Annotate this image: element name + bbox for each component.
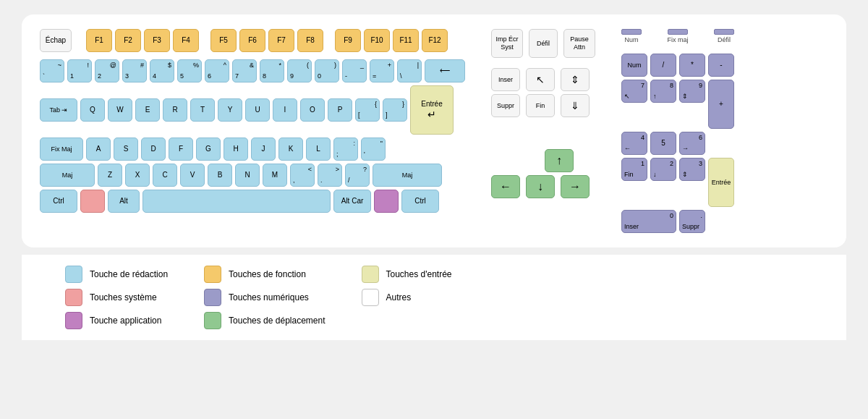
key-7[interactable]: &7: [232, 59, 257, 82]
key-5[interactable]: %5: [177, 59, 202, 82]
key-m[interactable]: M: [263, 164, 287, 187]
key-p[interactable]: P: [328, 98, 352, 122]
key-w[interactable]: W: [108, 98, 132, 122]
key-quote[interactable]: "': [361, 137, 386, 161]
key-home[interactable]: ↖: [526, 68, 555, 91]
key-9[interactable]: (9: [287, 59, 312, 82]
key-e[interactable]: E: [135, 98, 160, 122]
key-num-enter[interactable]: Entrée: [708, 158, 734, 207]
key-arrow-down[interactable]: ↓: [526, 175, 555, 198]
key-num-minus[interactable]: -: [708, 54, 734, 77]
key-n[interactable]: N: [235, 164, 260, 187]
key-space[interactable]: [142, 190, 331, 213]
key-printscreen[interactable]: Imp ÉcrSyst: [491, 29, 523, 58]
key-3[interactable]: #3: [122, 59, 147, 82]
key-bracket-close[interactable]: }]: [383, 98, 407, 122]
key-f9[interactable]: F9: [335, 29, 361, 52]
key-scrolllock[interactable]: Défil: [529, 29, 558, 58]
key-backspace[interactable]: ⟵: [425, 59, 465, 82]
key-8[interactable]: *8: [260, 59, 284, 82]
key-end[interactable]: Fin: [526, 94, 555, 117]
key-alt-left[interactable]: Alt: [108, 190, 140, 213]
key-s[interactable]: S: [114, 137, 138, 161]
key-z[interactable]: Z: [98, 164, 122, 187]
key-f5[interactable]: F5: [210, 29, 237, 52]
key-num-plus[interactable]: +: [708, 80, 734, 129]
key-period[interactable]: >.: [318, 164, 342, 187]
key-x[interactable]: X: [125, 164, 150, 187]
key-num-8[interactable]: 8↑: [650, 80, 676, 103]
key-num-6[interactable]: 6→: [679, 132, 705, 155]
key-shift-right[interactable]: Maj: [373, 164, 442, 187]
key-num-3[interactable]: 3⇕: [679, 158, 705, 181]
key-num-4[interactable]: 4←: [621, 132, 647, 155]
key-pageup[interactable]: ⇕: [561, 68, 590, 91]
key-d[interactable]: D: [141, 137, 166, 161]
key-ctrl-left[interactable]: Ctrl: [40, 190, 77, 213]
key-enter[interactable]: Entrée↵: [410, 85, 454, 135]
key-g[interactable]: G: [196, 137, 221, 161]
key-delete[interactable]: Suppr: [491, 94, 520, 117]
key-num-star[interactable]: *: [679, 54, 705, 77]
key-arrow-up[interactable]: ↑: [545, 149, 574, 172]
key-r[interactable]: R: [163, 98, 187, 122]
key-num-dot[interactable]: .Suppr: [679, 210, 705, 233]
key-4[interactable]: $4: [150, 59, 174, 82]
key-capslock[interactable]: Fix Maj: [40, 137, 83, 161]
key-2[interactable]: @2: [95, 59, 119, 82]
key-arrow-left[interactable]: ←: [491, 175, 520, 198]
key-insert[interactable]: Inser: [491, 68, 520, 91]
key-bracket-open[interactable]: {[: [355, 98, 380, 122]
key-semicolon[interactable]: :;: [333, 137, 358, 161]
key-num-2[interactable]: 2↓: [650, 158, 676, 181]
key-tab[interactable]: Tab ⇥: [40, 98, 77, 122]
key-f8[interactable]: F8: [297, 29, 323, 52]
key-h[interactable]: H: [224, 137, 248, 161]
key-6[interactable]: ^6: [205, 59, 229, 82]
key-1[interactable]: !1: [67, 59, 92, 82]
key-slash[interactable]: ?/: [345, 164, 370, 187]
key-f4[interactable]: F4: [173, 29, 199, 52]
key-equals[interactable]: +=: [370, 59, 394, 82]
key-y[interactable]: Y: [218, 98, 242, 122]
key-backslash[interactable]: |\: [397, 59, 422, 82]
key-f2[interactable]: F2: [115, 29, 141, 52]
key-q[interactable]: Q: [80, 98, 105, 122]
key-arrow-right[interactable]: →: [561, 175, 590, 198]
key-shift-left[interactable]: Maj: [40, 164, 95, 187]
key-j[interactable]: J: [251, 137, 276, 161]
key-pagedown[interactable]: ⇓: [561, 94, 590, 117]
key-o[interactable]: O: [300, 98, 325, 122]
key-f7[interactable]: F7: [268, 29, 294, 52]
key-l[interactable]: L: [306, 137, 331, 161]
key-f3[interactable]: F3: [144, 29, 170, 52]
key-b[interactable]: B: [208, 164, 232, 187]
key-i[interactable]: I: [273, 98, 297, 122]
key-escape[interactable]: Échap: [40, 29, 72, 52]
key-tilde[interactable]: ~`: [40, 59, 64, 82]
key-num-7[interactable]: 7↖: [621, 80, 647, 103]
key-numlock[interactable]: Num: [621, 54, 647, 77]
key-num-slash[interactable]: /: [650, 54, 676, 77]
key-ctrl-right[interactable]: Ctrl: [401, 190, 439, 213]
key-0[interactable]: )0: [315, 59, 339, 82]
key-c[interactable]: C: [153, 164, 177, 187]
key-win-left[interactable]: [80, 190, 105, 213]
key-num-5[interactable]: 5: [650, 132, 676, 155]
key-f11[interactable]: F11: [393, 29, 419, 52]
key-a[interactable]: A: [86, 137, 111, 161]
key-num-9[interactable]: 9⇕: [679, 80, 705, 103]
key-f6[interactable]: F6: [239, 29, 265, 52]
key-f1[interactable]: F1: [86, 29, 112, 52]
key-t[interactable]: T: [190, 98, 215, 122]
key-v[interactable]: V: [180, 164, 205, 187]
key-pause[interactable]: PauseAttn: [563, 29, 595, 58]
key-num-1[interactable]: 1Fin: [621, 158, 647, 181]
key-u[interactable]: U: [245, 98, 270, 122]
key-altgr[interactable]: Alt Car: [333, 190, 371, 213]
key-f[interactable]: F: [169, 137, 193, 161]
key-k[interactable]: K: [278, 137, 303, 161]
key-num-0[interactable]: 0Inser: [621, 210, 676, 233]
key-f12[interactable]: F12: [422, 29, 448, 52]
key-comma[interactable]: <,: [290, 164, 315, 187]
